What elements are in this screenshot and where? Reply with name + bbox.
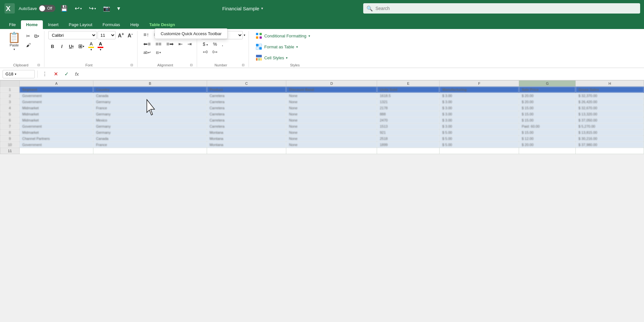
cell-d8[interactable]: None [286, 130, 377, 136]
formula-menu-button[interactable]: ⋮ [40, 70, 49, 78]
number-format-dropdown[interactable]: ▾ [244, 34, 245, 37]
clipboard-expand[interactable]: ⊡ [36, 63, 41, 67]
cell-h5[interactable]: $ 13,320.00 [576, 111, 644, 117]
cell-d6[interactable]: None [286, 117, 377, 123]
underline-button[interactable]: U ▾ [67, 42, 76, 51]
cell-c11[interactable] [207, 148, 286, 154]
cell-e5[interactable]: 888 [377, 111, 440, 117]
cell-e3[interactable]: 1321 [377, 99, 440, 105]
cell-c2[interactable]: Carretera [207, 93, 286, 99]
tab-help[interactable]: Help [125, 20, 144, 29]
cell-h4[interactable]: $ 32,670.00 [576, 105, 644, 111]
format-as-table-button[interactable]: Format as Table ▾ [253, 42, 337, 52]
cell-c5[interactable]: Carretera [207, 111, 286, 117]
cancel-formula-button[interactable]: ✕ [52, 70, 60, 78]
cell-a2[interactable]: Government [20, 93, 93, 99]
font-grow-button[interactable]: A+ [117, 31, 125, 39]
cell-b10[interactable]: France [93, 142, 207, 148]
formula-input[interactable] [83, 70, 641, 78]
cell-c9[interactable]: Montana [207, 136, 286, 142]
cell-b7[interactable]: Germany [93, 123, 207, 130]
redo-button[interactable]: ↪ ▾ [87, 4, 98, 13]
cell-g9[interactable]: $ 12.00 [519, 136, 576, 142]
italic-button[interactable]: I [58, 42, 66, 51]
cell-e4[interactable]: 2178 [377, 105, 440, 111]
cell-d5[interactable]: None [286, 111, 377, 117]
autosave-toggle[interactable]: Off [39, 5, 55, 12]
cell-e10[interactable]: 1899 [377, 142, 440, 148]
cell-a8[interactable]: Midmarket [20, 130, 93, 136]
tab-table-design[interactable]: Table Design [144, 20, 180, 29]
cell-b3[interactable]: Germany [93, 99, 207, 105]
cell-b9[interactable]: Canada [93, 136, 207, 142]
col-header-f[interactable]: F [440, 81, 519, 87]
cell-f11[interactable] [440, 148, 519, 154]
bold-button[interactable]: B [48, 42, 57, 51]
cell-a11[interactable] [20, 148, 93, 154]
cell-g4[interactable]: $ 15.00 [519, 105, 576, 111]
tab-insert[interactable]: Insert [43, 20, 64, 29]
cell-f1[interactable]: Manufacturing [440, 87, 519, 93]
cell-d1[interactable]: Discount Band [286, 87, 377, 93]
cell-d3[interactable]: None [286, 99, 377, 105]
col-header-a[interactable]: A [20, 81, 93, 87]
cell-f7[interactable]: $ 3.00 [440, 123, 519, 130]
comma-button[interactable]: , [220, 41, 225, 48]
cell-styles-button[interactable]: Cell Styles ▾ [253, 53, 337, 63]
col-header-g[interactable]: G [519, 81, 576, 87]
cell-c8[interactable]: Montana [207, 130, 286, 136]
cell-b4[interactable]: France [93, 105, 207, 111]
camera-button[interactable]: 📷 [101, 4, 112, 13]
cell-b6[interactable]: Mexico [93, 117, 207, 123]
font-color-button[interactable]: A ▾ [96, 41, 105, 52]
cell-f10[interactable]: $ 5.00 [440, 142, 519, 148]
cell-d10[interactable]: None [286, 142, 377, 148]
cell-e11[interactable] [377, 148, 440, 154]
cell-e6[interactable]: 2470 [377, 117, 440, 123]
cell-a10[interactable]: Government [20, 142, 93, 148]
cell-g10[interactable]: $ 20.00 [519, 142, 576, 148]
cell-e1[interactable]: Units Sold [377, 87, 440, 93]
currency-button[interactable]: $ ▾ [201, 41, 210, 48]
paste-button[interactable]: 📋 Paste ▾ [5, 31, 23, 52]
title-dropdown-icon[interactable]: ▾ [261, 6, 263, 11]
customize-toolbar-button[interactable]: ▾ [115, 4, 122, 13]
fill-color-button[interactable]: A ▾ [87, 41, 95, 52]
font-size-selector[interactable]: 11 [98, 31, 116, 39]
alignment-expand[interactable]: ⊡ [189, 63, 194, 67]
cell-f2[interactable]: $ 3.00 [440, 93, 519, 99]
cell-f3[interactable]: $ 3.00 [440, 99, 519, 105]
cut-button[interactable]: ✂ [24, 32, 32, 40]
cell-g1[interactable]: Sale Price [519, 87, 576, 93]
tab-formulas[interactable]: Formulas [98, 20, 125, 29]
cell-b11[interactable] [93, 148, 207, 154]
number-expand[interactable]: ⊡ [241, 63, 245, 67]
indent-inc-button[interactable]: ⇥ [185, 40, 194, 48]
cell-a3[interactable]: Government [20, 99, 93, 105]
cell-d11[interactable] [286, 148, 377, 154]
align-right-button[interactable]: ≡➡ [164, 40, 175, 48]
align-left-button[interactable]: ⬅≡ [141, 40, 152, 48]
cell-g8[interactable]: $ 15.00 [519, 130, 576, 136]
cell-g5[interactable]: $ 15.00 [519, 111, 576, 117]
save-button[interactable]: 💾 [59, 4, 70, 13]
cell-c7[interactable]: Carretera [207, 123, 286, 130]
cell-d9[interactable]: None [286, 136, 377, 142]
col-header-h[interactable]: H [576, 81, 644, 87]
cell-h3[interactable]: $ 26,420.00 [576, 99, 644, 105]
cell-h9[interactable]: $ 30,216.00 [576, 136, 644, 142]
cell-a9[interactable]: Channel Partners [20, 136, 93, 142]
cell-h7[interactable]: $ 5,270.00 [576, 123, 644, 130]
tab-file[interactable]: File [4, 20, 21, 29]
cell-e8[interactable]: 921 [377, 130, 440, 136]
font-shrink-button[interactable]: A- [126, 31, 134, 39]
col-header-c[interactable]: C [207, 81, 286, 87]
cell-a4[interactable]: Midmarket [20, 105, 93, 111]
search-input[interactable] [363, 3, 640, 14]
merge-button[interactable]: ⊟ ▾ [154, 50, 163, 56]
cell-e2[interactable]: 1618.5 [377, 93, 440, 99]
confirm-formula-button[interactable]: ✓ [62, 70, 71, 78]
cell-e9[interactable]: 2518 [377, 136, 440, 142]
cell-g3[interactable]: $ 20.00 [519, 99, 576, 105]
excel-logo[interactable]: X [4, 3, 15, 14]
